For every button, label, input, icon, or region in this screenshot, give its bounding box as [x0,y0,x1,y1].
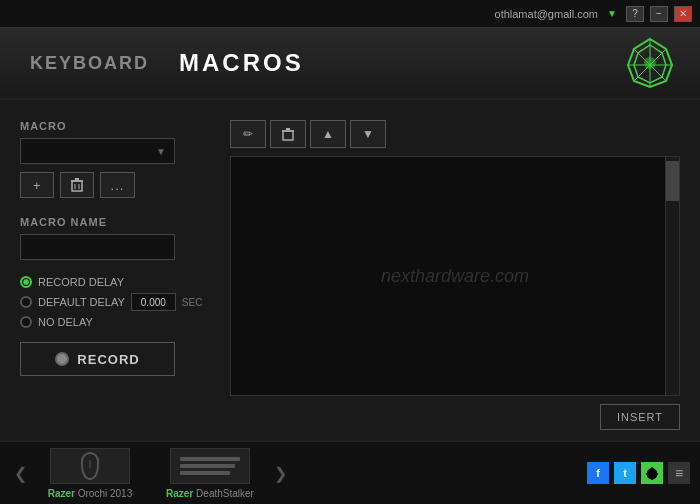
close-button[interactable]: ✕ [674,6,692,22]
record-button[interactable]: RECORD [20,342,175,376]
arrow-down-icon: ▼ [362,127,374,141]
prev-device-arrow[interactable]: ❮ [10,463,30,483]
left-arrow-icon: ❮ [14,464,27,483]
default-delay-radio[interactable] [20,296,32,308]
razer-logo-svg [622,35,678,91]
next-device-arrow[interactable]: ❯ [270,463,290,483]
header-macros-label: MACROS [179,49,304,77]
default-delay-option: DEFAULT DELAY SEC [20,293,215,311]
delete-toolbar-button[interactable] [270,120,306,148]
top-bar: othlamat@gmail.com ▼ ? − ✕ [0,0,700,28]
svg-text:R: R [649,469,656,479]
macro-dropdown[interactable]: ▼ [20,138,175,164]
trash-icon [282,128,294,141]
device-brand-keyboard: Razer [166,488,196,499]
keyboard-line-1 [180,457,240,461]
record-delay-option: RECORD DELAY [20,276,215,288]
mouse-shape-icon [81,452,99,480]
header-keyboard-label: KEYBOARD [30,53,149,74]
move-up-toolbar-button[interactable]: ▲ [310,120,346,148]
sec-label: SEC [182,297,203,308]
scrollbar-thumb[interactable] [666,161,680,201]
twitter-icon[interactable]: t [614,462,636,484]
move-down-toolbar-button[interactable]: ▼ [350,120,386,148]
macro-name-input[interactable] [20,234,175,260]
insert-button[interactable]: INSERT [600,404,680,430]
macro-list-area: nexthardware.com [230,156,680,396]
keyboard-line-2 [180,464,235,468]
record-icon [55,352,69,366]
svg-point-6 [644,57,656,69]
razer-logo [620,33,680,93]
menu-icon[interactable]: ≡ [668,462,690,484]
no-delay-option: NO DELAY [20,316,215,328]
default-delay-label: DEFAULT DELAY [38,296,125,308]
record-delay-radio[interactable] [20,276,32,288]
device-item-mouse[interactable]: Razer Orochi 2013 [30,444,150,503]
delete-macro-button[interactable] [60,172,94,198]
macro-toolbar: ✏ ▲ ▼ [230,120,680,148]
keyboard-device-icon [170,448,250,484]
svg-rect-7 [72,181,82,191]
facebook-icon[interactable]: f [587,462,609,484]
left-panel: MACRO ▼ + ... MACRO NAME R [20,120,215,430]
scrollbar[interactable] [665,157,679,395]
keyboard-shape-icon [180,457,240,475]
watermark-text: nexthardware.com [381,266,529,287]
device-model-keyboard: DeathStalker [196,488,254,499]
minimize-button[interactable]: − [650,6,668,22]
device-name-mouse: Razer Orochi 2013 [48,488,133,499]
device-model-mouse: Orochi 2013 [78,488,132,499]
macro-buttons-row: + ... [20,172,215,198]
keyboard-line-3 [180,471,230,475]
edit-toolbar-button[interactable]: ✏ [230,120,266,148]
app-header: KEYBOARD MACROS [0,28,700,100]
add-macro-button[interactable]: + [20,172,54,198]
main-content: MACRO ▼ + ... MACRO NAME R [0,100,700,440]
svg-rect-12 [283,131,293,140]
delay-value-input[interactable] [131,293,176,311]
status-icon: ▼ [604,6,620,22]
bottom-bar: ❮ Razer Orochi 2013 Razer DeathStalker ❯… [0,440,700,504]
arrow-up-icon: ▲ [322,127,334,141]
user-email: othlamat@gmail.com [495,8,598,20]
more-options-button[interactable]: ... [100,172,136,198]
chevron-down-icon: ▼ [156,146,166,157]
edit-icon: ✏ [243,127,253,141]
delay-options: RECORD DELAY DEFAULT DELAY SEC NO DELAY [20,276,215,328]
no-delay-radio[interactable] [20,316,32,328]
device-name-keyboard: Razer DeathStalker [166,488,254,499]
record-delay-label: RECORD DELAY [38,276,124,288]
macro-name-label: MACRO NAME [20,216,215,228]
help-button[interactable]: ? [626,6,644,22]
record-button-label: RECORD [77,352,139,367]
macro-section-label: MACRO [20,120,215,132]
device-brand-mouse: Razer [48,488,78,499]
right-panel: ✏ ▲ ▼ nexthardware.com INSERT [230,120,680,430]
social-links: f t R ≡ [587,462,690,484]
device-item-keyboard[interactable]: Razer DeathStalker [150,444,270,503]
trash-icon [71,178,83,192]
mouse-device-icon [50,448,130,484]
no-delay-label: NO DELAY [38,316,93,328]
razer-social-icon[interactable]: R [641,462,663,484]
right-arrow-icon: ❯ [274,464,287,483]
